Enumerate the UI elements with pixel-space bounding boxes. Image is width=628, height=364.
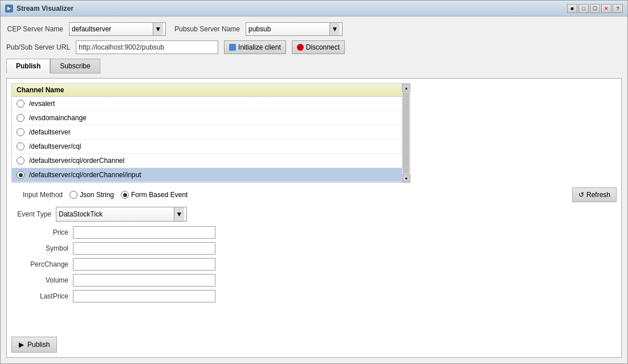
minimize-btn[interactable]: ■ bbox=[567, 4, 577, 13]
cep-server-value: defaultserver bbox=[72, 25, 111, 33]
url-row: Pub/Sub Server URL Initialize client Dis… bbox=[6, 40, 622, 54]
server-config-row: CEP Server Name defaultserver ▼ Pubsub S… bbox=[6, 22, 622, 36]
tab-subscribe[interactable]: Subscribe bbox=[50, 59, 100, 73]
channel-name-1: /evsdomainchange bbox=[29, 114, 87, 122]
pubsub-label: Pubsub Server Name bbox=[172, 25, 240, 33]
channel-row[interactable]: /defaultserver bbox=[12, 125, 402, 140]
scroll-thumb[interactable] bbox=[403, 92, 409, 174]
price-label: Price bbox=[23, 228, 68, 236]
channel-name-0: /evsalert bbox=[29, 100, 55, 108]
lastprice-label: LastPrice bbox=[23, 292, 68, 300]
channel-name-2: /defaultserver bbox=[29, 128, 71, 136]
title-bar: ▶ Stream Visualizer ■ □ ☐ ✕ ? bbox=[1, 1, 627, 17]
field-row-percchange: PercChange bbox=[23, 258, 617, 271]
scroll-up-btn[interactable]: ▲ bbox=[402, 84, 410, 92]
radio-form-group: Form Based Event bbox=[121, 191, 187, 199]
channel-name-3: /defaultserver/cql bbox=[29, 142, 81, 150]
field-row-volume: Volume bbox=[23, 274, 617, 287]
scroll-down-btn[interactable]: ▼ bbox=[402, 174, 410, 182]
channel-row[interactable]: /evsdomainchange bbox=[12, 111, 402, 125]
input-method-row: Input Method Json String Form Based Even… bbox=[11, 187, 617, 202]
event-type-label: Event Type bbox=[11, 210, 51, 218]
channel-row[interactable]: /defaultserver/cql bbox=[12, 140, 402, 154]
event-type-select[interactable]: DataStockTick ▼ bbox=[56, 207, 187, 222]
cep-label: CEP Server Name bbox=[6, 25, 63, 33]
radio-form[interactable] bbox=[121, 191, 129, 199]
channel-list-area: Channel Name /evsalert /evsdomainchange bbox=[12, 84, 402, 182]
url-input[interactable] bbox=[76, 40, 218, 54]
field-row-symbol: Symbol bbox=[23, 242, 617, 255]
channel-scrollbar[interactable]: ▲ ▼ bbox=[402, 84, 410, 182]
disconnect-button[interactable]: Disconnect bbox=[292, 40, 345, 54]
channel-radio-2[interactable] bbox=[17, 128, 25, 136]
channel-name-5: /defaultserver/cql/orderChannel/input bbox=[29, 171, 141, 179]
cep-server-dropdown-arrow[interactable]: ▼ bbox=[153, 23, 163, 35]
tab-publish[interactable]: Publish bbox=[6, 59, 50, 73]
channel-name-header: Channel Name bbox=[17, 86, 64, 94]
pubsub-server-select[interactable]: pubsub ▼ bbox=[246, 22, 342, 36]
event-type-value: DataStockTick bbox=[59, 210, 103, 218]
help-btn[interactable]: ? bbox=[613, 4, 623, 13]
channel-radio-1[interactable] bbox=[17, 114, 25, 122]
channel-row[interactable]: /defaultserver/cql/orderChannel bbox=[12, 154, 402, 168]
symbol-label: Symbol bbox=[23, 244, 68, 252]
title-controls: ■ □ ☐ ✕ ? bbox=[567, 4, 623, 13]
channel-table-header: Channel Name bbox=[12, 84, 402, 97]
channel-radio-0[interactable] bbox=[17, 100, 25, 108]
input-method-label: Input Method bbox=[11, 191, 63, 199]
refresh-btn-label: Refresh bbox=[586, 191, 610, 199]
tabs-container: Publish Subscribe bbox=[6, 59, 622, 73]
window-title: Stream Visualizer bbox=[17, 5, 74, 13]
refresh-button[interactable]: ↺ Refresh bbox=[572, 187, 617, 202]
disconnect-btn-label: Disconnect bbox=[306, 43, 340, 51]
pubsub-server-value: pubsub bbox=[248, 25, 271, 33]
volume-input[interactable] bbox=[73, 274, 215, 287]
symbol-input[interactable] bbox=[73, 242, 215, 255]
publish-btn-label: Publish bbox=[27, 341, 50, 349]
channel-row[interactable]: /evsalert bbox=[12, 97, 402, 111]
channel-table: Channel Name /evsalert /evsdomainchange bbox=[11, 83, 410, 183]
event-type-dropdown-arrow[interactable]: ▼ bbox=[174, 207, 184, 221]
channel-radio-5[interactable] bbox=[17, 171, 25, 179]
main-window: ▶ Stream Visualizer ■ □ ☐ ✕ ? CEP Server… bbox=[0, 0, 628, 364]
title-bar-left: ▶ Stream Visualizer bbox=[5, 5, 74, 13]
field-row-lastprice: LastPrice bbox=[23, 290, 617, 302]
publish-icon: ▶ bbox=[19, 341, 24, 349]
field-row-price: Price bbox=[23, 226, 617, 239]
disconnect-icon bbox=[297, 44, 304, 51]
field-rows: Price Symbol PercChange Volume LastPrice bbox=[11, 226, 617, 302]
channel-name-4: /defaultserver/cql/orderChannel bbox=[29, 157, 124, 165]
restore-btn[interactable]: □ bbox=[578, 4, 589, 13]
percchange-label: PercChange bbox=[23, 260, 68, 268]
app-icon: ▶ bbox=[5, 5, 13, 13]
volume-label: Volume bbox=[23, 276, 68, 284]
lastprice-input[interactable] bbox=[73, 290, 215, 302]
refresh-icon: ↺ bbox=[578, 191, 584, 199]
channel-radio-3[interactable] bbox=[17, 142, 25, 150]
content-area: CEP Server Name defaultserver ▼ Pubsub S… bbox=[1, 17, 627, 363]
radio-json-group: Json String bbox=[70, 191, 114, 199]
event-type-row: Event Type DataStockTick ▼ bbox=[11, 207, 617, 222]
maximize-btn[interactable]: ☐ bbox=[590, 4, 600, 13]
cep-server-select[interactable]: defaultserver ▼ bbox=[69, 22, 166, 36]
init-icon bbox=[229, 44, 236, 51]
channel-table-body: /evsalert /evsdomainchange /defaultserve… bbox=[12, 97, 402, 182]
radio-json-label: Json String bbox=[80, 191, 114, 199]
publish-button[interactable]: ▶ Publish bbox=[11, 337, 57, 353]
channel-radio-4[interactable] bbox=[17, 157, 25, 165]
price-input[interactable] bbox=[73, 226, 215, 239]
init-client-button[interactable]: Initialize client bbox=[224, 40, 286, 54]
percchange-input[interactable] bbox=[73, 258, 215, 271]
main-panel: Channel Name /evsalert /evsdomainchange bbox=[6, 78, 622, 358]
publish-btn-row: ▶ Publish bbox=[11, 332, 617, 353]
close-btn[interactable]: ✕ bbox=[601, 4, 611, 13]
radio-form-label: Form Based Event bbox=[131, 191, 187, 199]
init-btn-label: Initialize client bbox=[238, 43, 281, 51]
pubsub-server-dropdown-arrow[interactable]: ▼ bbox=[329, 23, 340, 35]
url-label: Pub/Sub Server URL bbox=[6, 43, 70, 51]
radio-json[interactable] bbox=[70, 191, 78, 199]
channel-row-selected[interactable]: /defaultserver/cql/orderChannel/input bbox=[12, 168, 402, 182]
